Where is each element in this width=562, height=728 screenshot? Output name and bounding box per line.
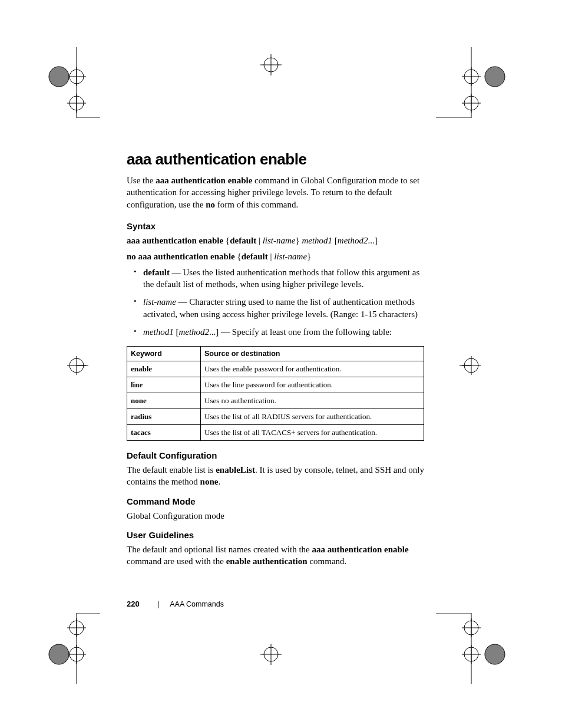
crop-mark-icon [436, 613, 513, 684]
command-mode-heading: Command Mode [127, 496, 424, 506]
page-content: aaa authentication enable Use the aaa au… [127, 150, 424, 575]
svg-point-46 [485, 644, 505, 664]
syntax-heading: Syntax [127, 221, 424, 231]
default-config-heading: Default Configuration [127, 450, 424, 460]
crop-mark-icon [41, 613, 100, 684]
table-row: line Uses the line password for authenti… [127, 377, 424, 393]
crop-mark-icon [436, 47, 513, 118]
table-row: tacacs Uses the list of all TACACS+ serv… [127, 425, 424, 441]
crop-mark-icon [41, 47, 100, 118]
crop-mark-icon [41, 348, 88, 383]
col-keyword: Keyword [127, 347, 201, 361]
table-row: enable Uses the enable password for auth… [127, 361, 424, 377]
default-config-body: The default enable list is enableList. I… [127, 464, 424, 488]
table-header-row: Keyword Source or destination [127, 347, 424, 361]
list-item: list-name — Character string used to nam… [143, 296, 424, 320]
table-row: none Uses no authentication. [127, 393, 424, 409]
list-item: default — Uses the listed authentication… [143, 266, 424, 291]
page-title: aaa authentication enable [127, 150, 424, 169]
syntax-line-2: no aaa authentication enable {default | … [127, 251, 424, 263]
syntax-line-1: aaa authentication enable {default | lis… [127, 235, 424, 247]
footer-divider [158, 601, 158, 608]
table-row: radius Uses the list of all RADIUS serve… [127, 409, 424, 425]
command-mode-body: Global Configuration mode [127, 510, 424, 522]
intro-paragraph: Use the aaa authentication enable comman… [127, 174, 424, 210]
user-guidelines-body: The default and optional list names crea… [127, 543, 424, 568]
user-guidelines-heading: User Guidelines [127, 530, 424, 540]
list-item: method1 [method2...] — Specify at least … [143, 326, 424, 338]
footer-section: AAA Commands [170, 600, 224, 608]
page-number: 220 [127, 599, 140, 608]
col-desc: Source or destination [201, 347, 424, 361]
crop-mark-icon [253, 637, 289, 672]
syntax-bullets: default — Uses the listed authentication… [127, 266, 424, 338]
svg-point-37 [49, 644, 69, 664]
svg-point-8 [49, 67, 69, 87]
methods-table: Keyword Source or destination enable Use… [127, 346, 424, 441]
svg-point-17 [485, 67, 505, 87]
crop-mark-icon [253, 47, 289, 83]
crop-mark-icon [459, 348, 507, 383]
page-footer: 220 AAA Commands [127, 599, 224, 609]
